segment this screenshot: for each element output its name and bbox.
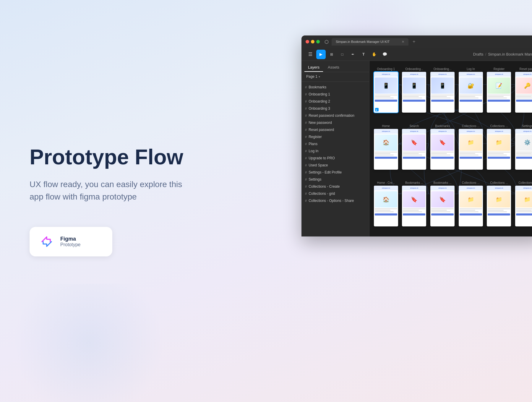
canvas-frame[interactable]: Collections ... simpan.in 📁 <box>457 179 485 236</box>
page-selector[interactable]: Page 1 ▾ <box>301 72 369 82</box>
frame-preview[interactable]: simpan.in 🔖 <box>402 129 426 170</box>
canvas-frame[interactable]: Search simpan.in 🔖 <box>400 123 429 180</box>
layer-item[interactable]: #Settings <box>301 176 369 183</box>
frame-label: Collections ... <box>462 124 480 128</box>
canvas-frame[interactable]: Collections ... simpan.in 📁 <box>485 123 513 180</box>
layer-item[interactable]: #Register <box>301 133 369 140</box>
frame-preview[interactable]: simpan.in 📁 <box>459 186 483 226</box>
layer-item[interactable]: #Settings - Edit Profile <box>301 169 369 176</box>
canvas-frame[interactable]: Collections ... simpan.in 📁 <box>485 179 513 236</box>
tab-close-button[interactable]: ✕ <box>402 40 404 44</box>
layer-item[interactable]: #Collections - grid <box>301 190 369 197</box>
layer-item[interactable]: #Bookmarks <box>301 84 369 91</box>
tab-layers[interactable]: Layers <box>304 63 323 72</box>
canvas-frame[interactable]: Home simpan.in 🏠 <box>372 123 400 180</box>
frame-preview[interactable]: simpan.in 📱 <box>430 72 455 113</box>
frame-preview[interactable]: simpan.in 📝 <box>487 72 511 113</box>
layer-item[interactable]: #Reset password confirmation <box>301 112 369 119</box>
layer-name: Onboarding 3 <box>309 106 330 111</box>
close-dot[interactable] <box>306 40 309 43</box>
layer-item[interactable]: #Collections - Options - Share <box>301 197 369 204</box>
layer-item[interactable]: #Onboarding 2 <box>301 98 369 105</box>
layer-item[interactable]: #New password <box>301 119 369 126</box>
left-content: Prototype Flow UX flow ready, you can ea… <box>30 145 183 256</box>
hash-icon: # <box>305 114 307 117</box>
frame-label: Home <box>382 124 390 128</box>
figma-toolbar: ☰ ▶ ⊞ □ ✒ T ✋ 💬 Drafts / Simpan.in Bookm… <box>301 48 532 61</box>
layer-name: Plans <box>309 142 317 146</box>
subtitle: UX flow ready, you can easily explore th… <box>30 179 183 203</box>
frame-tool[interactable]: ⊞ <box>327 50 336 59</box>
layer-item[interactable]: #Used Space <box>301 162 369 169</box>
canvas-frame[interactable]: Reset pas... simpan.in 🔑 <box>513 66 532 123</box>
frame-preview[interactable]: simpan.in 📁 <box>487 186 511 226</box>
tab-assets[interactable]: Assets <box>324 63 343 72</box>
hash-icon: # <box>305 185 307 188</box>
canvas-frame[interactable]: Log In simpan.in 🔐 <box>457 66 485 123</box>
select-tool[interactable]: ▶ <box>316 50 326 59</box>
canvas-frame[interactable]: Onboarding... simpan.in 📱 <box>400 66 429 123</box>
main-title: Prototype Flow <box>30 145 183 169</box>
canvas-frame[interactable]: Register simpan.in 📝 <box>485 66 513 123</box>
frame-label: Bookmarks ... <box>434 181 452 184</box>
pen-tool[interactable]: ✒ <box>348 50 358 59</box>
figma-brand-icon: ⬡ <box>325 39 329 45</box>
frame-preview[interactable]: simpan.in 🔖 <box>402 186 426 226</box>
layer-item[interactable]: #Plans <box>301 140 369 147</box>
canvas-frame[interactable]: Collections ... simpan.in 📁 <box>513 179 532 236</box>
canvas-frame[interactable]: Bookmarks ... simpan.in 🔖 <box>400 179 429 236</box>
hand-tool[interactable]: ✋ <box>369 50 379 59</box>
frame-preview[interactable]: simpan.in 🔖 <box>430 129 455 170</box>
figma-main: Layers Assets Page 1 ▾ #Bookmarks#Onboar… <box>301 61 532 236</box>
layer-item[interactable]: #Collections - Create <box>301 183 369 190</box>
layer-name: Register <box>309 135 322 139</box>
layer-name: New password <box>309 121 332 125</box>
figma-badge-subtitle: Prototype <box>60 242 80 247</box>
layer-item[interactable]: #Reset password <box>301 126 369 133</box>
tab-title: Simpan.in Bookmark Manager UI KIT <box>336 40 390 43</box>
frame-preview[interactable]: simpan.in 🏠 <box>374 129 398 170</box>
new-tab-button[interactable]: + <box>413 39 415 44</box>
panel-tabs: Layers Assets <box>301 61 369 72</box>
layer-name: Onboarding 1 <box>309 92 330 96</box>
browser-tab[interactable]: Simpan.in Bookmark Manager UI KIT ✕ <box>332 38 408 46</box>
layer-item[interactable]: #Log In <box>301 147 369 155</box>
frame-preview[interactable]: simpan.in 🔑 <box>515 72 532 113</box>
frame-preview[interactable]: simpan.in 📱 <box>402 72 426 113</box>
frame-preview[interactable]: simpan.in 📁 <box>515 186 532 226</box>
canvas-frame[interactable]: Bookmarks ... simpan.in 🔖 <box>428 179 457 236</box>
comment-tool[interactable]: 💬 <box>380 50 390 59</box>
canvas-frame[interactable]: Home - Cre... simpan.in 🏠 <box>372 179 400 236</box>
frame-preview[interactable]: simpan.in 🔖 <box>430 186 455 226</box>
frame-preview[interactable]: simpan.in 🔐 <box>459 72 483 113</box>
shape-tool[interactable]: □ <box>338 50 347 59</box>
browser-window: ⬡ Simpan.in Bookmark Manager UI KIT ✕ + … <box>301 35 532 236</box>
frame-preview[interactable]: simpan.in 📁 <box>459 129 483 170</box>
layer-item[interactable]: #Onboarding 1 <box>301 91 369 98</box>
frame-label: Onboarding... <box>405 67 423 71</box>
layer-name: Upgrade to PRO <box>309 156 335 160</box>
canvas-frame[interactable]: Onboarding... simpan.in 📱 <box>428 66 457 123</box>
hash-icon: # <box>305 163 307 167</box>
layer-item[interactable]: #Upgrade to PRO <box>301 155 369 162</box>
figma-canvas[interactable]: Onboarding 1 simpan.in 📱 ▶ Onboarding...… <box>369 61 532 236</box>
text-tool[interactable]: T <box>359 50 368 59</box>
canvas-frame[interactable]: Settings simpan.in ⚙️ <box>513 123 532 180</box>
frame-preview[interactable]: simpan.in ⚙️ <box>515 129 532 170</box>
minimize-dot[interactable] <box>311 40 314 43</box>
canvas-frame[interactable]: Bookmarks simpan.in 🔖 <box>428 123 457 180</box>
canvas-frame[interactable]: Collections ... simpan.in 📁 <box>457 123 485 180</box>
frame-label: Collections ... <box>518 181 532 184</box>
layer-name: Collections - Create <box>309 184 340 189</box>
layer-item[interactable]: #Onboarding 3 <box>301 105 369 112</box>
frame-label: Collections ... <box>490 181 508 184</box>
canvas-frame[interactable]: Onboarding 1 simpan.in 📱 ▶ <box>372 66 400 123</box>
menu-button[interactable]: ☰ <box>306 50 315 59</box>
maximize-dot[interactable] <box>316 40 320 43</box>
frame-preview[interactable]: simpan.in 📱 ▶ <box>374 72 398 113</box>
figma-badge[interactable]: Figma Prototype <box>30 227 112 257</box>
frame-preview[interactable]: simpan.in 🏠 <box>374 186 398 226</box>
frame-label: Register <box>494 67 505 71</box>
frame-preview[interactable]: simpan.in 📁 <box>487 129 511 170</box>
frame-label: Collections ... <box>490 124 508 128</box>
